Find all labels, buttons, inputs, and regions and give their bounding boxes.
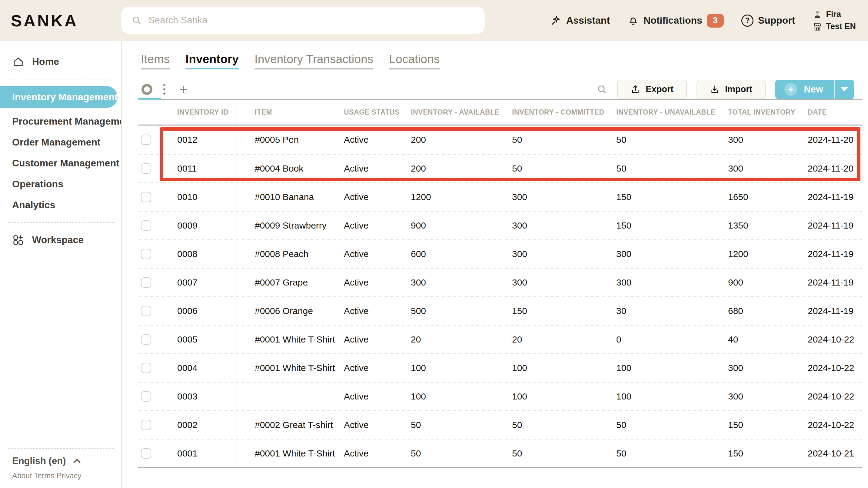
table-search-icon[interactable] bbox=[596, 84, 608, 95]
cell-item: #0002 Great T-shirt bbox=[237, 420, 344, 430]
toolbar-actions: Export Import + New bbox=[596, 80, 862, 99]
sidebar-item-customer-management[interactable]: Customer Management bbox=[0, 153, 121, 174]
table-row[interactable]: 0007 #0007 Grape Active 300 300 300 900 … bbox=[138, 268, 862, 297]
cell-inventory-available: 900 bbox=[411, 220, 512, 231]
table-row[interactable]: 0008 #0008 Peach Active 600 300 300 1200… bbox=[138, 240, 862, 268]
column-header-item[interactable]: ITEM bbox=[237, 108, 344, 116]
tab-locations[interactable]: Locations bbox=[389, 53, 440, 69]
search-icon bbox=[131, 15, 142, 26]
cell-item: #0009 Strawberry bbox=[237, 220, 344, 231]
cell-inventory-committed: 20 bbox=[512, 334, 616, 345]
tab-items[interactable]: Items bbox=[141, 53, 170, 69]
sidebar-divider bbox=[8, 79, 114, 80]
new-button[interactable]: + New bbox=[775, 80, 854, 99]
tab-inventory-transactions[interactable]: Inventory Transactions bbox=[254, 53, 373, 69]
sidebar-item-home[interactable]: Home bbox=[0, 51, 121, 72]
row-checkbox-cell bbox=[138, 155, 177, 182]
table-row[interactable]: 0012 #0005 Pen Active 200 50 50 300 2024… bbox=[138, 125, 862, 154]
assistant-button[interactable]: Assistant bbox=[550, 15, 610, 26]
sidebar-item-inventory-management[interactable]: Inventory Management bbox=[0, 86, 118, 108]
column-header-inventory-committed[interactable]: INVENTORY - COMMITTED bbox=[512, 108, 616, 116]
cell-date: 2024-11-19 bbox=[808, 277, 862, 288]
row-checkbox[interactable] bbox=[141, 391, 151, 402]
cell-inventory-committed: 50 bbox=[512, 134, 616, 145]
add-view-button[interactable]: + bbox=[179, 83, 188, 95]
sidebar-item-order-management[interactable]: Order Management bbox=[0, 132, 121, 153]
new-dropdown-toggle[interactable] bbox=[835, 80, 854, 99]
view-options-menu-icon[interactable] bbox=[163, 84, 165, 95]
column-header-date[interactable]: DATE bbox=[808, 108, 862, 116]
main-content: Items Inventory Inventory Transactions L… bbox=[122, 41, 868, 488]
footer-links[interactable]: About Terms Privacy bbox=[0, 471, 121, 480]
table-row[interactable]: 0009 #0009 Strawberry Active 900 300 150… bbox=[138, 211, 862, 240]
assistant-label: Assistant bbox=[566, 15, 610, 26]
question-circle-icon: ? bbox=[741, 14, 753, 27]
language-selector[interactable]: English (en) bbox=[0, 456, 121, 466]
row-checkbox[interactable] bbox=[141, 277, 151, 288]
row-checkbox[interactable] bbox=[141, 363, 151, 373]
row-checkbox[interactable] bbox=[141, 420, 151, 430]
sidebar-item-analytics[interactable]: Analytics bbox=[0, 194, 121, 215]
sidebar-divider bbox=[8, 222, 114, 223]
table-row[interactable]: 0005 #0001 White T-Shirt Active 20 20 0 … bbox=[138, 325, 862, 354]
sidebar-item-operations[interactable]: Operations bbox=[0, 174, 121, 194]
row-checkbox[interactable] bbox=[141, 249, 151, 259]
user-avatar-icon bbox=[812, 10, 822, 20]
row-checkbox[interactable] bbox=[141, 448, 151, 459]
brand-logo[interactable]: SANKA bbox=[11, 11, 78, 30]
column-header-inventory-id[interactable]: INVENTORY ID bbox=[177, 100, 237, 125]
row-checkbox[interactable] bbox=[141, 134, 151, 145]
cell-inventory-committed: 50 bbox=[512, 163, 616, 174]
user-menu[interactable]: Fira Test EN bbox=[812, 10, 856, 32]
workspace-row: Test EN bbox=[812, 22, 856, 32]
column-header-inventory-available[interactable]: INVENTORY - AVAILABLE bbox=[411, 108, 512, 116]
row-checkbox[interactable] bbox=[141, 163, 151, 174]
row-checkbox[interactable] bbox=[141, 192, 151, 202]
notifications-label: Notifications bbox=[644, 15, 702, 26]
export-button[interactable]: Export bbox=[617, 80, 687, 99]
sidebar-item-workspace[interactable]: Workspace bbox=[0, 230, 121, 250]
storefront-icon bbox=[812, 22, 822, 32]
column-header-total-inventory[interactable]: TOTAL INVENTORY bbox=[728, 108, 808, 116]
table-row[interactable]: 0011 #0004 Book Active 200 50 50 300 202… bbox=[138, 154, 862, 182]
cell-usage-status: Active bbox=[344, 163, 411, 174]
row-checkbox[interactable] bbox=[141, 306, 151, 316]
cell-inventory-unavailable: 50 bbox=[616, 420, 728, 430]
cell-usage-status: Active bbox=[344, 134, 411, 145]
notifications-count-badge: 3 bbox=[707, 13, 724, 28]
language-label: English (en) bbox=[12, 456, 66, 466]
row-checkbox[interactable] bbox=[141, 220, 151, 231]
table-row[interactable]: 0002 #0002 Great T-shirt Active 50 50 50… bbox=[138, 410, 862, 439]
sidebar-item-label: Inventory Management bbox=[12, 92, 118, 103]
table-row[interactable]: 0006 #0006 Orange Active 500 150 30 680 … bbox=[138, 297, 862, 325]
column-header-inventory-unavailable[interactable]: INVENTORY - UNAVAILABLE bbox=[616, 108, 728, 116]
app-window: SANKA Assistant Notifications 3 bbox=[0, 0, 868, 488]
table-row[interactable]: 0004 #0001 White T-Shirt Active 100 100 … bbox=[138, 354, 862, 382]
notifications-button[interactable]: Notifications 3 bbox=[627, 13, 724, 28]
row-checkbox[interactable] bbox=[141, 334, 151, 345]
table-row[interactable]: 0010 #0010 Banana Active 1200 300 150 16… bbox=[138, 182, 862, 211]
sidebar-item-procurement-management[interactable]: Procurement Management bbox=[0, 111, 121, 132]
tab-bar: Items Inventory Inventory Transactions L… bbox=[138, 53, 868, 69]
export-label: Export bbox=[646, 84, 674, 94]
cell-usage-status: Active bbox=[344, 334, 411, 345]
table-row[interactable]: 0001 #0001 White T-Shirt Active 50 50 50… bbox=[138, 439, 862, 467]
cell-inventory-unavailable: 50 bbox=[616, 163, 728, 174]
cell-inventory-id: 0001 bbox=[177, 439, 237, 467]
column-header-usage-status[interactable]: USAGE STATUS bbox=[344, 108, 411, 116]
cell-date: 2024-11-19 bbox=[808, 192, 862, 202]
support-button[interactable]: ? Support bbox=[741, 14, 795, 27]
cell-total-inventory: 1200 bbox=[728, 249, 808, 259]
new-button-main[interactable]: + New bbox=[775, 80, 834, 99]
table-row[interactable]: 0003 Active 100 100 100 300 2024-10-22 bbox=[138, 382, 862, 410]
view-tab-icon[interactable] bbox=[142, 84, 152, 95]
cell-total-inventory: 150 bbox=[728, 448, 808, 459]
cell-inventory-available: 600 bbox=[411, 249, 512, 259]
search-input[interactable] bbox=[149, 15, 474, 26]
tab-inventory[interactable]: Inventory bbox=[185, 53, 239, 69]
magic-wand-icon bbox=[550, 15, 562, 26]
global-search[interactable] bbox=[121, 7, 485, 34]
import-icon bbox=[710, 85, 719, 94]
cell-inventory-id: 0011 bbox=[177, 155, 237, 182]
import-button[interactable]: Import bbox=[696, 80, 766, 99]
